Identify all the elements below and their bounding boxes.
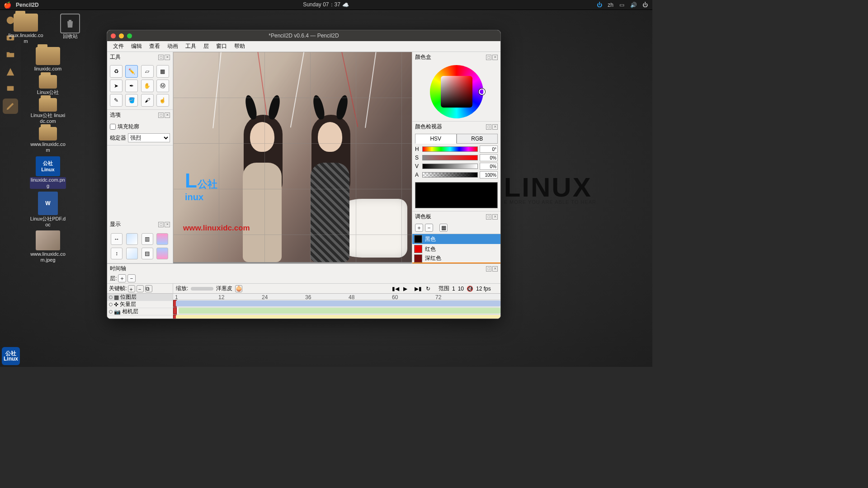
- transport-play[interactable]: ▶: [403, 286, 413, 292]
- desktop-doc[interactable]: WLinux公社PDF.doc: [30, 192, 66, 228]
- grid-button[interactable]: ▥: [142, 233, 153, 245]
- bottom-launcher[interactable]: 公社 Linux: [2, 347, 20, 365]
- tool-pen[interactable]: ✒: [125, 80, 138, 92]
- panel-close-icon[interactable]: ✕: [165, 222, 170, 227]
- zoom-slider[interactable]: [191, 287, 213, 291]
- panel-close-icon[interactable]: ✕: [492, 124, 498, 130]
- window-close-button[interactable]: [111, 33, 116, 38]
- palette-add-button[interactable]: ＋: [415, 224, 423, 232]
- layer-remove-button[interactable]: －: [127, 274, 136, 282]
- desktop-trash[interactable]: 回收站: [52, 14, 88, 44]
- palette-item[interactable]: 黑色: [412, 234, 500, 244]
- desktop-image-png[interactable]: 公社Linuxlinuxidc.com.png: [30, 156, 66, 189]
- menu-window[interactable]: 窗口: [213, 42, 230, 51]
- track-vector[interactable]: [173, 307, 500, 314]
- layer-row-bitmap[interactable]: ▦ 位图层: [107, 294, 173, 301]
- menu-help[interactable]: 帮助: [231, 42, 248, 51]
- sound-toggle[interactable]: 🔇: [467, 286, 473, 292]
- menu-tools[interactable]: 工具: [182, 42, 199, 51]
- alpha-slider[interactable]: [422, 172, 478, 178]
- desktop-folder[interactable]: linuxidc.com: [30, 47, 66, 72]
- tab-hsv[interactable]: HSV: [415, 134, 457, 144]
- key-add-button[interactable]: ＋: [128, 285, 135, 292]
- grid2-button[interactable]: ▤: [142, 248, 153, 259]
- panel-close-icon[interactable]: ✕: [492, 214, 498, 220]
- tool-brush[interactable]: 🖌: [141, 94, 154, 107]
- layer-row-camera[interactable]: 📷 相机层: [107, 308, 173, 315]
- onion-next-button[interactable]: [126, 248, 138, 259]
- transport-first[interactable]: ▮◀: [392, 286, 402, 292]
- tool-smudge[interactable]: ☝: [156, 94, 169, 107]
- topbar-app-name[interactable]: Pencil2D: [16, 2, 39, 8]
- panel-undock-icon[interactable]: ◻: [486, 214, 491, 220]
- menu-layer[interactable]: 层: [200, 42, 212, 51]
- palette-remove-button[interactable]: －: [425, 224, 433, 232]
- overlay-b-button[interactable]: [156, 248, 168, 259]
- desktop-folder[interactable]: linux.linuxidc.com: [8, 14, 44, 44]
- window-maximize-button[interactable]: [127, 33, 132, 38]
- range-to[interactable]: 10: [458, 286, 464, 292]
- panel-undock-icon[interactable]: ◻: [486, 124, 491, 130]
- layer-add-button[interactable]: ＋: [118, 274, 126, 282]
- timeline-ruler[interactable]: 1122436486072: [173, 294, 500, 300]
- screen-icon[interactable]: ▭: [618, 1, 625, 9]
- key-dup-button[interactable]: ⧉: [145, 285, 152, 292]
- panel-undock-icon[interactable]: ◻: [158, 55, 164, 60]
- mirror-v-button[interactable]: ↕: [111, 248, 123, 259]
- tool-hand[interactable]: ✋: [141, 80, 154, 92]
- tool-select[interactable]: ▦: [156, 65, 169, 78]
- dock-files-icon[interactable]: [3, 47, 18, 62]
- track-bitmap[interactable]: [173, 300, 500, 307]
- desktop-folder[interactable]: Linux公社: [30, 75, 66, 95]
- window-titlebar[interactable]: *Pencil2D v0.6.4 — Pencil2D: [107, 30, 500, 41]
- power-icon[interactable]: ⏻: [642, 1, 649, 9]
- apple-menu-icon[interactable]: 🍎: [4, 1, 11, 9]
- tool-pointer[interactable]: ➤: [110, 80, 123, 92]
- tool-bucket[interactable]: 🪣: [125, 94, 138, 107]
- hue-slider[interactable]: [422, 146, 478, 152]
- panel-undock-icon[interactable]: ◻: [486, 266, 491, 272]
- menu-file[interactable]: 文件: [110, 42, 127, 51]
- volume-icon[interactable]: 🔊: [630, 1, 637, 9]
- overlay-a-button[interactable]: [156, 233, 168, 245]
- tool-move[interactable]: Ⓜ: [156, 80, 169, 92]
- tool-eraser[interactable]: ▱: [141, 65, 154, 78]
- palette-grid-button[interactable]: ▦: [439, 224, 448, 232]
- stabilizer-select[interactable]: 强烈: [128, 133, 170, 142]
- window-minimize-button[interactable]: [119, 33, 124, 38]
- fill-contour-checkbox[interactable]: 填充轮廓: [110, 123, 170, 131]
- alpha-value[interactable]: 100%: [480, 171, 498, 178]
- panel-close-icon[interactable]: ✕: [492, 266, 498, 272]
- menu-view[interactable]: 查看: [146, 42, 163, 51]
- val-slider[interactable]: [422, 164, 478, 169]
- tab-rgb[interactable]: RGB: [457, 134, 498, 144]
- panel-undock-icon[interactable]: ◻: [158, 113, 164, 118]
- dock-tools-icon[interactable]: [3, 64, 18, 80]
- transport-last[interactable]: ▶▮: [415, 286, 425, 292]
- panel-undock-icon[interactable]: ◻: [486, 55, 491, 60]
- onion-toggle[interactable]: 🧅: [235, 285, 242, 292]
- layer-row-vector[interactable]: ✜ 矢量层: [107, 301, 173, 308]
- input-language[interactable]: zh: [608, 2, 613, 8]
- dock-monitor-icon[interactable]: [3, 81, 18, 97]
- color-wheel[interactable]: [430, 65, 483, 118]
- desktop-image-jpeg[interactable]: www.linuxidc.com.jpeg: [30, 230, 66, 263]
- desktop-folder[interactable]: www.linuxidc.com: [30, 127, 66, 153]
- track-camera[interactable]: [173, 314, 500, 319]
- menu-edit[interactable]: 编辑: [128, 42, 145, 51]
- val-value[interactable]: 0%: [480, 163, 498, 170]
- key-remove-button[interactable]: －: [137, 285, 144, 292]
- hue-value[interactable]: 0°: [480, 145, 498, 153]
- panel-close-icon[interactable]: ✕: [165, 113, 170, 118]
- network-icon[interactable]: ⏻: [596, 1, 603, 9]
- fps-spin[interactable]: 12 fps: [476, 286, 498, 292]
- desktop-folder[interactable]: Linux公社 linuxidc.com: [30, 98, 66, 124]
- panel-close-icon[interactable]: ✕: [165, 55, 170, 60]
- onion-prev-button[interactable]: [126, 233, 138, 245]
- sat-value[interactable]: 0%: [480, 154, 498, 161]
- panel-close-icon[interactable]: ✕: [492, 55, 498, 60]
- sat-slider[interactable]: [422, 155, 478, 160]
- canvas-area[interactable]: L公社 inux www.linuxidc.com: [173, 52, 412, 263]
- range-from[interactable]: 1: [452, 286, 455, 292]
- dock-pencil2d-icon[interactable]: [3, 99, 18, 114]
